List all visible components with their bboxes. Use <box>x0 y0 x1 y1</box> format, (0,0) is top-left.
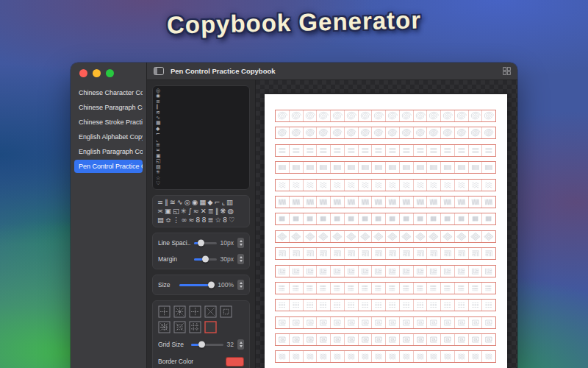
pattern-row-v-bars <box>275 282 496 294</box>
pattern-row-zigzag <box>275 196 496 208</box>
palette-pattern-glyph[interactable]: 88 <box>196 216 207 224</box>
palette-pattern-glyph[interactable]: ≈ <box>188 216 196 224</box>
palette-pattern-glyph[interactable]: ▥ <box>226 198 234 206</box>
pattern-row-spiral <box>275 110 496 122</box>
practice-cell <box>400 213 414 224</box>
sequence-pattern-glyph: ☆ <box>156 176 246 181</box>
zoom-button[interactable] <box>106 69 114 77</box>
practice-cell <box>400 317 414 328</box>
slider-track[interactable] <box>194 242 217 244</box>
palette-pattern-glyph[interactable]: ∫ <box>188 207 193 215</box>
pattern-sequence-editor[interactable]: ◎◉≡∥≋∿▦◆⌐⌞≡≍▣◱▨✳☆♡ <box>152 85 250 190</box>
slider-thumb[interactable] <box>198 342 205 348</box>
practice-cell <box>469 110 483 121</box>
palette-pattern-glyph[interactable]: ◱ <box>173 207 181 215</box>
palette-pattern-glyph[interactable]: ▤ <box>157 216 165 224</box>
palette-pattern-glyph[interactable]: ∞ <box>181 216 188 224</box>
palette-pattern-glyph[interactable]: ◍ <box>227 207 234 215</box>
practice-cell <box>290 231 304 242</box>
minimize-button[interactable] <box>93 69 101 77</box>
palette-pattern-glyph[interactable]: ▣ <box>165 207 173 215</box>
palette-pattern-glyph[interactable]: ⋮ <box>173 216 182 224</box>
palette-pattern-glyph[interactable]: ☆ <box>215 216 223 224</box>
palette-pattern-glyph[interactable]: ▦ <box>199 198 207 206</box>
stepper-control[interactable] <box>237 238 244 248</box>
stepper-control[interactable] <box>237 254 244 264</box>
grid-type-button-cross-grid[interactable] <box>189 305 201 318</box>
stepper-control[interactable] <box>237 280 244 290</box>
grid-type-button-jiu-grid[interactable] <box>189 321 201 333</box>
color-swatch[interactable] <box>226 357 244 367</box>
slider-thumb[interactable] <box>202 256 209 263</box>
practice-cell <box>427 317 441 328</box>
practice-cell <box>290 110 304 121</box>
practice-cell <box>290 300 304 311</box>
close-button[interactable] <box>79 69 87 77</box>
palette-pattern-glyph[interactable]: ≈ <box>193 207 201 215</box>
practice-cell <box>304 351 318 362</box>
practice-cell <box>441 127 455 138</box>
palette-pattern-glyph[interactable]: ❋ <box>220 207 228 215</box>
palette-pattern-glyph[interactable]: ◎ <box>184 198 192 206</box>
sidebar-item-1[interactable]: Chinese Paragraph Cop... <box>74 101 143 114</box>
palette-pattern-glyph[interactable]: ≋ <box>170 198 177 206</box>
window-content: ◎◉≡∥≋∿▦◆⌐⌞≡≍▣◱▨✳☆♡ ≡∥≋∿◎◉▦◆⌐⌞▥≍▣◱✳∫≈✕≣∥❋… <box>147 80 517 368</box>
sidebar-item-5[interactable]: Pen Control Practice C... <box>74 160 143 173</box>
sidebar-item-3[interactable]: English Alphabet Copyb... <box>74 130 143 144</box>
palette-pattern-glyph[interactable]: ⌐ <box>215 198 222 206</box>
palette-pattern-glyph[interactable]: ≡ <box>157 198 165 206</box>
palette-pattern-glyph[interactable]: ∥ <box>165 198 170 206</box>
slider-thumb[interactable] <box>198 240 204 247</box>
practice-cell <box>276 317 290 328</box>
practice-cell <box>427 162 441 173</box>
grid-type-button-x-hui-grid[interactable] <box>173 321 186 333</box>
practice-cell <box>400 145 414 156</box>
practice-cell <box>427 145 441 156</box>
practice-cell <box>482 110 495 121</box>
sidebar-item-4[interactable]: English Paragraph Copy... <box>74 145 143 158</box>
slider-track[interactable] <box>194 258 217 261</box>
practice-cell <box>482 266 495 277</box>
grid-type-button-mi-hui-grid[interactable] <box>158 321 171 333</box>
palette-pattern-glyph[interactable]: ✕ <box>201 207 208 215</box>
palette-pattern-glyph[interactable]: ≍ <box>157 207 165 215</box>
palette-pattern-glyph[interactable]: ∥ <box>215 207 220 215</box>
grid-type-button-tian-grid[interactable] <box>158 305 171 318</box>
stepper-control[interactable] <box>237 339 244 350</box>
practice-cell <box>317 213 331 224</box>
sidebar-toggle-icon[interactable] <box>154 67 164 75</box>
practice-cell <box>441 231 455 242</box>
practice-cell <box>317 231 331 242</box>
palette-pattern-glyph[interactable]: ≣ <box>208 207 215 215</box>
palette-pattern-glyph[interactable]: ✳ <box>181 207 188 215</box>
practice-cell <box>414 110 428 121</box>
practice-cell <box>359 180 373 191</box>
practice-cell <box>304 231 318 242</box>
slider-track[interactable] <box>191 344 223 346</box>
practice-cell <box>469 180 483 191</box>
preview-panel[interactable] <box>256 80 517 368</box>
grid-type-button-blank-grid[interactable] <box>204 321 217 333</box>
slider-row: Grid Size32 <box>158 338 244 351</box>
palette-pattern-glyph[interactable]: ◉ <box>192 198 199 206</box>
palette-pattern-glyph[interactable]: ≣ <box>207 216 215 224</box>
palette-pattern-glyph[interactable]: 8 <box>223 216 229 224</box>
practice-cell <box>386 351 400 362</box>
palette-pattern-glyph[interactable]: ◆ <box>207 198 214 206</box>
grid-type-button-mi-grid[interactable] <box>173 305 186 318</box>
slider-track[interactable] <box>179 284 214 286</box>
practice-cell <box>331 248 345 259</box>
grid-type-button-x-grid[interactable] <box>204 305 217 318</box>
sidebar-item-0[interactable]: Chinese Character Cop... <box>74 86 143 99</box>
palette-pattern-glyph[interactable]: ∿ <box>177 198 184 206</box>
palette-pattern-glyph[interactable]: ♡ <box>229 216 237 224</box>
practice-cell <box>331 351 345 362</box>
practice-cell <box>331 213 345 224</box>
grid-type-button-hui-grid[interactable] <box>220 305 232 318</box>
grid-view-icon[interactable] <box>503 67 511 75</box>
slider-thumb[interactable] <box>208 282 215 289</box>
sidebar-item-2[interactable]: Chinese Stroke Practic... <box>74 116 143 129</box>
practice-cell <box>304 110 318 121</box>
palette-pattern-glyph[interactable]: ≎ <box>165 216 173 224</box>
practice-cell <box>359 197 373 208</box>
